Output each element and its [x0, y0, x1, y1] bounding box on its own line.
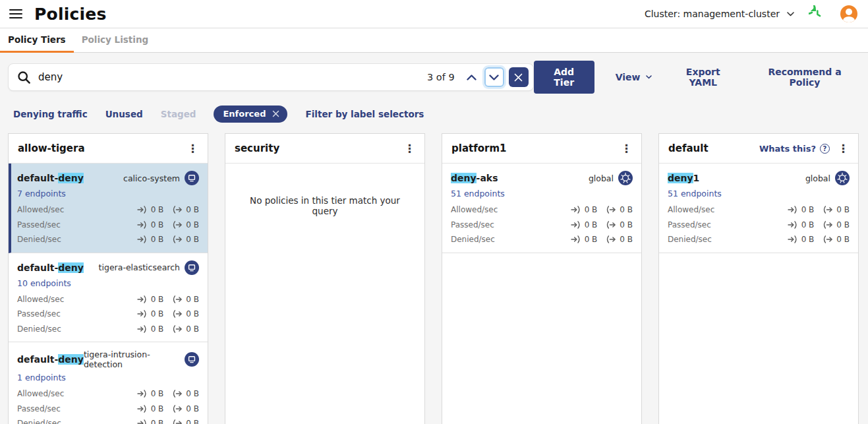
tier-name: default — [668, 142, 709, 154]
endpoints-link[interactable]: 51 endpoints — [451, 189, 505, 198]
arrow-into-bracket-icon — [137, 221, 148, 229]
kebab-menu-icon[interactable]: ⋮ — [835, 143, 852, 154]
kebab-menu-icon[interactable]: ⋮ — [185, 143, 201, 154]
search-input[interactable] — [37, 71, 422, 84]
view-dropdown-label: View — [616, 72, 641, 82]
filter-chip-filter-by-label-selectors[interactable]: Filter by label selectors — [305, 109, 424, 119]
arrow-out-of-bracket-icon — [172, 295, 183, 303]
hamburger-menu-icon[interactable] — [9, 7, 22, 20]
stat-outbound: 0 B — [823, 205, 850, 214]
arrow-into-bracket-icon — [571, 235, 581, 243]
stat-values: 0 B0 B — [137, 235, 199, 244]
filter-chip-enforced[interactable]: Enforced — [214, 106, 287, 123]
stat-in-value: 0 B — [151, 295, 164, 304]
search-highlight: deny — [58, 354, 84, 365]
stat-label: Passed/sec — [17, 220, 61, 229]
stat-label: Passed/sec — [668, 220, 711, 229]
stat-out-value: 0 B — [186, 295, 199, 304]
kebab-menu-icon[interactable]: ⋮ — [401, 143, 418, 154]
tier-column-platform1: platform1⋮deny-aksglobal51 endpointsAllo… — [442, 133, 642, 424]
search-match-counter: 3 of 9 — [427, 72, 455, 82]
filter-chip-label: Enforced — [223, 109, 266, 119]
arrow-out-of-bracket-icon — [172, 390, 183, 398]
namespace-icon — [185, 260, 199, 275]
policy-card[interactable]: default-denytigera-elasticsearch10 endpo… — [9, 253, 208, 343]
page-title: Policies — [34, 5, 106, 24]
stat-values: 0 B0 B — [788, 235, 850, 244]
stat-label: Allowed/sec — [17, 295, 64, 304]
filter-chip-denying-traffic[interactable]: Denying traffic — [13, 109, 88, 119]
stat-label: Denied/sec — [17, 235, 61, 244]
policy-scope-label: tigera-elasticsearch — [99, 262, 180, 272]
policy-scope: global — [805, 171, 850, 185]
history-restore-icon[interactable] — [809, 5, 826, 22]
endpoints-link[interactable]: 7 endpoints — [17, 189, 66, 198]
endpoints-link[interactable]: 1 endpoints — [17, 373, 66, 382]
stat-row-allowed-sec: Allowed/sec0 B0 B — [451, 202, 633, 218]
stat-inbound: 0 B — [137, 295, 164, 304]
tier-column-security: security⋮No policies in this tier match … — [225, 133, 425, 424]
policy-name-text: 1 — [693, 173, 700, 183]
stat-row-denied-sec: Denied/sec0 B0 B — [668, 232, 850, 247]
view-dropdown[interactable]: View — [616, 72, 652, 82]
policy-card[interactable]: default-denytigera-intrusion-detection1 … — [9, 342, 208, 424]
export-yaml-button[interactable]: Export YAML — [673, 67, 734, 88]
policy-name-text: default- — [17, 262, 58, 273]
stat-out-value: 0 B — [836, 205, 850, 214]
add-tier-button[interactable]: Add Tier — [534, 61, 594, 94]
stat-outbound: 0 B — [606, 220, 633, 229]
stat-label: Denied/sec — [668, 235, 712, 244]
arrow-into-bracket-icon — [137, 206, 148, 214]
stat-values: 0 B0 B — [788, 205, 850, 214]
search-icon — [17, 71, 31, 84]
endpoints-link[interactable]: 10 endpoints — [17, 278, 71, 288]
kebab-menu-icon[interactable]: ⋮ — [618, 143, 635, 154]
stat-outbound: 0 B — [606, 235, 633, 244]
policy-name: default-deny — [17, 173, 84, 183]
arrow-out-of-bracket-icon — [823, 221, 833, 229]
search-next-match-button[interactable] — [484, 67, 504, 87]
stat-outbound: 0 B — [172, 205, 199, 214]
stat-inbound: 0 B — [137, 419, 164, 424]
arrow-out-of-bracket-icon — [823, 206, 833, 214]
recommend-policy-button[interactable]: Recommend a Policy — [755, 67, 855, 88]
policy-name-text: default- — [17, 173, 58, 183]
tier-name: allow-tigera — [18, 142, 85, 154]
stat-out-value: 0 B — [186, 309, 199, 318]
cluster-selector-label: Cluster: management-cluster — [645, 9, 780, 19]
stat-inbound: 0 B — [788, 220, 815, 229]
stat-label: Allowed/sec — [17, 205, 64, 214]
policy-name: deny-aks — [451, 173, 498, 183]
close-icon[interactable] — [272, 110, 279, 117]
tab-policy-tiers[interactable]: Policy Tiers — [0, 28, 74, 53]
tier-help-link[interactable]: Whats this?? — [759, 144, 830, 154]
stat-in-value: 0 B — [801, 205, 815, 214]
policies-app: Policies Cluster: management-cluster Pol — [0, 0, 868, 424]
search-clear-button[interactable] — [509, 67, 529, 87]
stat-out-value: 0 B — [186, 389, 199, 398]
chevron-down-icon — [489, 75, 499, 80]
search-highlight: deny — [58, 262, 84, 273]
stat-label: Denied/sec — [17, 419, 61, 424]
policy-card[interactable]: deny1global51 endpointsAllowed/sec0 B0 B… — [659, 164, 858, 253]
stat-inbound: 0 B — [137, 220, 164, 229]
stat-row-passed-sec: Passed/sec0 B0 B — [17, 307, 199, 322]
stat-label: Passed/sec — [17, 309, 61, 318]
user-avatar-icon[interactable] — [840, 5, 857, 22]
stat-out-value: 0 B — [620, 235, 633, 244]
arrow-out-of-bracket-icon — [172, 419, 183, 424]
stat-outbound: 0 B — [172, 295, 199, 304]
endpoints-link[interactable]: 51 endpoints — [668, 189, 722, 198]
stat-values: 0 B0 B — [137, 220, 199, 229]
arrow-out-of-bracket-icon — [172, 206, 183, 214]
filter-chip-unused[interactable]: Unused — [105, 109, 143, 119]
search-prev-match-button[interactable] — [462, 67, 482, 87]
tab-policy-listing[interactable]: Policy Listing — [74, 28, 157, 53]
policy-scope-label: global — [589, 173, 614, 183]
cluster-selector[interactable]: Cluster: management-cluster — [645, 9, 794, 19]
policy-card[interactable]: deny-aksglobal51 endpointsAllowed/sec0 B… — [442, 164, 641, 253]
policy-card-top: deny-aksglobal — [451, 171, 633, 185]
tier-header: defaultWhats this??⋮ — [659, 134, 858, 164]
policy-card[interactable]: default-denycalico-system7 endpointsAllo… — [9, 164, 208, 253]
stat-in-value: 0 B — [585, 205, 598, 214]
